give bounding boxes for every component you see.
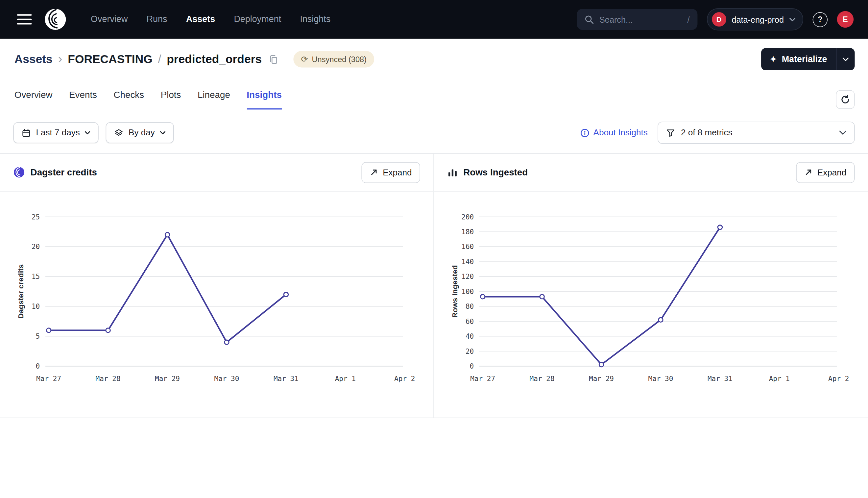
filter-funnel-icon [666, 128, 675, 137]
search-icon [585, 15, 594, 24]
chevron-down-icon [160, 131, 165, 135]
chevron-down-icon [839, 130, 846, 135]
granularity-label: By day [129, 128, 155, 137]
materialize-dropdown-button[interactable] [836, 48, 855, 70]
breadcrumb: Assets › FORECASTING / predicted_orders … [14, 51, 374, 68]
asset-tabs: Overview Events Checks Plots Lineage Ins… [14, 90, 282, 110]
expand-button[interactable]: Expand [362, 162, 420, 183]
about-insights-label: About Insights [593, 128, 648, 137]
time-range-dropdown[interactable]: Last 7 days [13, 122, 99, 143]
svg-text:10: 10 [31, 302, 40, 311]
top-navbar: Overview Runs Assets Deployment Insights… [0, 0, 868, 39]
panel-header: Dagster credits Expand [0, 153, 433, 192]
chart-title: Rows Ingested [463, 167, 528, 178]
help-glyph: ? [818, 15, 822, 24]
svg-text:60: 60 [465, 317, 474, 326]
status-badge-label: Unsynced (308) [312, 55, 367, 64]
dagster-logo-icon[interactable] [43, 7, 67, 31]
metrics-filter-label: 2 of 8 metrics [681, 128, 732, 137]
svg-text:20: 20 [465, 347, 474, 355]
help-icon[interactable]: ? [813, 12, 828, 27]
expand-label: Expand [817, 167, 847, 177]
svg-text:Mar 27: Mar 27 [36, 375, 61, 383]
metrics-filter-select[interactable]: 2 of 8 metrics [658, 121, 855, 144]
svg-text:160: 160 [461, 243, 474, 251]
nav-item-deployment[interactable]: Deployment [234, 14, 281, 24]
expand-icon [370, 168, 378, 176]
app-root: Overview Runs Assets Deployment Insights… [0, 0, 868, 498]
calendar-icon [22, 128, 31, 137]
search-shortcut-hint: / [687, 15, 689, 24]
deployment-switcher[interactable]: D data-eng-prod [707, 8, 803, 30]
nav-item-assets[interactable]: Assets [186, 14, 215, 24]
breadcrumb-group[interactable]: FORECASTING [68, 53, 152, 66]
materialize-split-button: ✦ Materialize [761, 48, 855, 70]
svg-text:0: 0 [470, 362, 474, 370]
svg-text:Mar 30: Mar 30 [214, 375, 239, 383]
materialize-button[interactable]: ✦ Materialize [761, 48, 836, 70]
svg-text:5: 5 [36, 332, 40, 340]
info-icon [580, 128, 589, 137]
svg-text:Mar 31: Mar 31 [707, 375, 732, 383]
deployment-name: data-eng-prod [731, 15, 784, 24]
insights-filter-right: About Insights 2 of 8 metrics [580, 121, 855, 144]
svg-text:Dagster credits: Dagster credits [16, 264, 25, 319]
svg-text:Mar 27: Mar 27 [470, 375, 495, 383]
chart-title: Dagster credits [30, 167, 97, 178]
tab-overview[interactable]: Overview [14, 90, 53, 110]
svg-text:40: 40 [465, 332, 474, 340]
rows-ingested-panel: Rows Ingested Expand 0204060801001201401… [434, 153, 868, 418]
svg-text:Mar 28: Mar 28 [96, 375, 121, 383]
svg-text:120: 120 [461, 272, 474, 280]
dagster-credits-panel: Dagster credits Expand 0510152025Mar 27M… [0, 153, 434, 418]
svg-text:Apr 2: Apr 2 [828, 375, 849, 383]
about-insights-link[interactable]: About Insights [580, 128, 648, 137]
search-input[interactable]: Search... / [577, 9, 697, 30]
svg-text:180: 180 [461, 228, 474, 236]
tab-events[interactable]: Events [69, 90, 97, 110]
unsynced-status-badge[interactable]: ⟳ Unsynced (308) [293, 51, 374, 68]
svg-text:Apr 2: Apr 2 [394, 375, 415, 383]
divider [0, 418, 868, 418]
chevron-down-icon [85, 131, 90, 135]
menu-icon[interactable] [14, 11, 35, 28]
svg-text:Apr 1: Apr 1 [769, 375, 790, 383]
user-avatar-letter: E [843, 15, 848, 24]
insights-filter-bar: Last 7 days By day [13, 122, 174, 143]
dagster-credits-icon [13, 167, 25, 178]
expand-button[interactable]: Expand [796, 162, 855, 183]
nav-item-runs[interactable]: Runs [146, 14, 167, 24]
search-placeholder: Search... [599, 15, 633, 24]
tab-insights[interactable]: Insights [246, 90, 282, 110]
copy-icon[interactable] [268, 54, 279, 64]
svg-text:20: 20 [31, 243, 40, 251]
tab-checks[interactable]: Checks [114, 90, 144, 110]
breadcrumb-separator: › [58, 52, 63, 65]
expand-icon [805, 168, 813, 176]
svg-text:Mar 28: Mar 28 [530, 375, 555, 383]
tab-lineage[interactable]: Lineage [197, 90, 230, 110]
svg-text:80: 80 [465, 302, 474, 311]
time-range-label: Last 7 days [36, 128, 79, 137]
granularity-dropdown[interactable]: By day [106, 122, 174, 143]
nav-item-insights[interactable]: Insights [300, 14, 330, 24]
nav-item-overview[interactable]: Overview [91, 14, 128, 24]
svg-text:15: 15 [31, 272, 40, 280]
svg-text:100: 100 [461, 287, 474, 296]
tab-plots[interactable]: Plots [161, 90, 181, 110]
svg-text:Mar 31: Mar 31 [273, 375, 298, 383]
svg-text:Apr 1: Apr 1 [335, 375, 356, 383]
panel-header: Rows Ingested Expand [434, 153, 868, 192]
refresh-icon[interactable] [836, 90, 855, 109]
dagster-credits-line-chart: 0510152025Mar 27Mar 28Mar 29Mar 30Mar 31… [0, 192, 434, 418]
chevron-down-icon [789, 17, 796, 21]
deployment-avatar: D [712, 12, 726, 27]
svg-text:Mar 29: Mar 29 [589, 375, 614, 383]
materialize-label: Materialize [782, 54, 827, 64]
svg-text:0: 0 [36, 362, 40, 370]
breadcrumb-assets-link[interactable]: Assets [14, 53, 53, 66]
expand-label: Expand [383, 167, 412, 177]
svg-text:Mar 30: Mar 30 [648, 375, 673, 383]
user-avatar[interactable]: E [837, 11, 854, 28]
bar-chart-icon [447, 167, 458, 178]
